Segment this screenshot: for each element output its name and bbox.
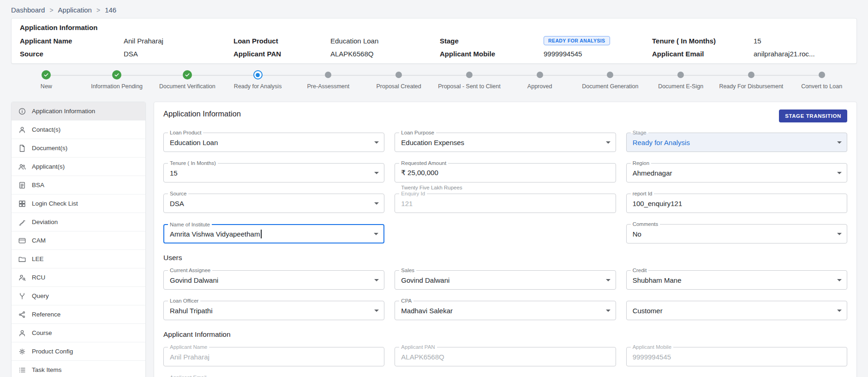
source-select[interactable]: Source DSA: [163, 194, 384, 213]
breadcrumb-separator: >: [49, 6, 53, 14]
comments-select[interactable]: Comments No: [626, 224, 847, 243]
sidebar-item-rcu[interactable]: RCU: [12, 268, 145, 287]
breadcrumb-application[interactable]: Application: [58, 6, 92, 14]
sidebar-item-course[interactable]: Course: [12, 324, 145, 342]
step-approved[interactable]: Approved: [504, 70, 575, 90]
step-label: Document Generation: [582, 83, 638, 90]
step-document-generation[interactable]: Document Generation: [575, 70, 646, 90]
person-icon: [18, 329, 26, 337]
credit-select[interactable]: Credit Shubham Mane: [626, 270, 847, 290]
pending-step-icon: [537, 72, 543, 78]
step-ready-for-analysis[interactable]: Ready for Analysis: [222, 70, 293, 90]
chevron-down-icon: [837, 310, 842, 312]
field-label: Credit: [631, 268, 649, 274]
pending-step-icon: [466, 72, 473, 78]
chevron-down-icon: [606, 279, 611, 281]
step-document-e-sign[interactable]: Document E-Sign: [646, 70, 716, 90]
name-of-institute-select[interactable]: Name of Institute Amrita Vishwa Vidyapee…: [163, 224, 384, 243]
field-label: report Id: [631, 191, 654, 197]
step-label: Convert to Loan: [801, 83, 842, 90]
sidebar-item-query[interactable]: Query: [12, 287, 145, 305]
summary-label: Loan Product: [233, 37, 330, 45]
field-label: Stage: [631, 130, 648, 136]
chevron-down-icon: [374, 310, 379, 312]
gear-icon: [18, 347, 26, 356]
breadcrumb-dashboard[interactable]: Dashboard: [11, 6, 45, 14]
report-id-input[interactable]: report Id 100_enquiry121: [626, 194, 847, 213]
share-icon: [18, 310, 26, 319]
sidebar-item-applicants[interactable]: Applicant(s): [12, 158, 145, 176]
step-information-pending[interactable]: Information Pending: [82, 70, 152, 90]
step-proposal-sent-to-client[interactable]: Proposal - Sent to Client: [434, 70, 505, 90]
sales-select[interactable]: Sales Govind Dalwani: [395, 270, 616, 290]
sidebar-item-bsa[interactable]: BSA: [12, 176, 145, 195]
requested-amount-input[interactable]: Requested Amount ₹ 25,00,000 Twenty Five…: [395, 163, 616, 182]
call-split-icon: [18, 292, 26, 300]
application-information-panel: Application Information STAGE TRANSITION…: [154, 102, 857, 377]
sidebar-item-label: Document(s): [32, 145, 67, 152]
page-title: Application Information: [163, 109, 241, 118]
sidebar-item-documents[interactable]: Document(s): [12, 139, 145, 158]
active-step-icon: [253, 70, 263, 79]
field-label: Applicant Name: [168, 344, 209, 350]
field-label: Name of Institute: [168, 222, 212, 228]
region-select[interactable]: Region Ahmednagar: [626, 163, 847, 182]
summary-label: Source: [20, 50, 124, 58]
sidebar-item-product-config[interactable]: Product Config: [12, 342, 145, 361]
application-summary-card: Application Information Applicant Name A…: [11, 18, 857, 64]
summary-label: Applicant Email: [652, 50, 754, 58]
sidebar-item-label: Product Config: [32, 348, 73, 355]
stage-select[interactable]: Stage Ready for Analysis: [626, 133, 847, 152]
step-label: New: [41, 83, 52, 90]
breadcrumb-application-id: 146: [105, 6, 116, 14]
stage-stepper: New Information Pending Document Verific…: [11, 70, 857, 90]
summary-label: Applicant Mobile: [440, 50, 544, 58]
sidebar: Application Information Contact(s) Docum…: [11, 102, 146, 377]
step-pre-assessment[interactable]: Pre-Assessment: [293, 70, 364, 90]
step-proposal-created[interactable]: Proposal Created: [364, 70, 434, 90]
field-label: Applicant Mobile: [631, 344, 673, 350]
current-assignee-select[interactable]: Current Assignee Govind Dalwani: [163, 270, 384, 290]
step-new[interactable]: New: [11, 70, 82, 90]
cpa-select[interactable]: CPA Madhavi Salekar: [395, 301, 616, 320]
sidebar-item-reference[interactable]: Reference: [12, 305, 145, 324]
sidebar-item-contacts[interactable]: Contact(s): [12, 121, 145, 139]
step-document-verification[interactable]: Document Verification: [152, 70, 223, 90]
pending-step-icon: [395, 72, 402, 78]
sidebar-item-login-check-list[interactable]: Login Check List: [12, 195, 145, 213]
step-label: Information Pending: [91, 83, 143, 90]
sidebar-item-label: RCU: [32, 274, 45, 281]
chevron-down-icon: [374, 279, 379, 281]
check-icon: [112, 70, 121, 79]
summary-value: Anil Praharaj: [124, 37, 233, 45]
sidebar-item-application-information[interactable]: Application Information: [12, 102, 145, 121]
sidebar-item-cam[interactable]: CAM: [12, 231, 145, 250]
document-icon: [18, 144, 26, 152]
chevron-down-icon: [837, 172, 842, 174]
sidebar-item-deviation[interactable]: Deviation: [12, 213, 145, 231]
field-label: Enquiry Id: [399, 191, 427, 197]
step-label: Proposal Created: [376, 83, 421, 90]
info-icon: [18, 107, 26, 116]
step-convert-to-loan[interactable]: Convert to Loan: [786, 70, 857, 90]
step-label: Approved: [527, 83, 552, 90]
customer-select[interactable]: Customer: [626, 301, 847, 320]
summary-value: ALAPK6568Q: [330, 50, 440, 58]
step-ready-for-disbursement[interactable]: Ready For Disbursement: [716, 70, 787, 90]
field-label: Comments: [631, 221, 660, 227]
loan-product-select[interactable]: Loan Product Education Loan: [163, 133, 384, 152]
sidebar-item-lee[interactable]: LEE: [12, 250, 145, 268]
chevron-down-icon: [837, 279, 842, 281]
stage-transition-button[interactable]: STAGE TRANSITION: [779, 109, 847, 122]
field-label: Loan Officer: [168, 298, 200, 304]
step-label: Document E-Sign: [658, 83, 703, 90]
summary-label: Applicant PAN: [233, 50, 330, 58]
loan-officer-select[interactable]: Loan Officer Rahul Tripathi: [163, 301, 384, 320]
sidebar-item-task-items[interactable]: Task Items: [12, 361, 145, 377]
summary-grid: Applicant Name Anil Praharaj Loan Produc…: [20, 36, 848, 58]
chevron-down-icon: [606, 141, 611, 144]
tenure-select[interactable]: Tenure ( In Months) 15: [163, 163, 384, 182]
loan-purpose-select[interactable]: Loan Purpose Education Expenses: [395, 133, 616, 152]
summary-value: 9999994545: [544, 50, 652, 58]
summary-value: Education Loan: [330, 37, 440, 45]
